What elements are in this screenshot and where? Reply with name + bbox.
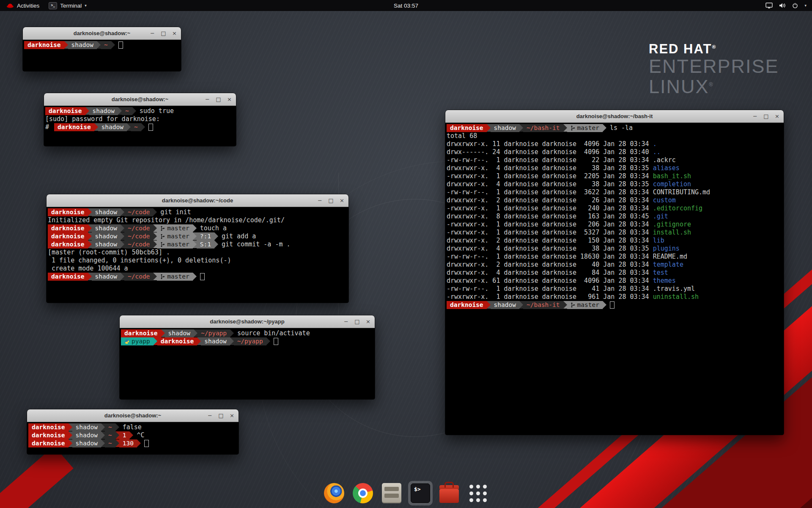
prompt-segment-host: shadow [491,301,519,309]
file-name: .editorconfig [653,204,702,212]
prompt-segment-user: darknoise [28,439,69,447]
minimize-button[interactable]: − [343,319,349,324]
powerline-separator [193,273,197,280]
window-controls: − □ × [207,409,235,422]
output-line: drwxrwxr-x. 2 darknoise darknoise 150 Ja… [447,237,784,245]
window-title: darknoise@shadow:~ [112,96,168,102]
powerline-separator [603,301,606,309]
powerline-separator [603,124,606,132]
powerline-separator [153,224,157,232]
powerline-separator [69,439,72,447]
maximize-button[interactable]: □ [218,413,224,418]
close-button[interactable]: × [339,198,345,203]
dot [469,485,473,489]
maximize-button[interactable]: □ [354,319,360,324]
prompt-segment-host: shadow [491,124,519,132]
system-status-area[interactable]: ▾ [765,3,812,8]
terminal-content[interactable]: darknoiseshadow~/bash-itmasterls -latota… [445,123,784,435]
clock[interactable]: Sat 03:57 [394,3,418,9]
output-text: -rw-rw-r--. 1 darknoise darknoise 3622 J… [447,188,653,196]
prompt-line: darknoiseshadow~/bash-itmaster [447,301,784,309]
close-button[interactable]: × [172,30,177,36]
minimize-button[interactable]: − [205,97,210,102]
close-button[interactable]: × [774,113,780,119]
prompt-segment-user: darknoise [45,107,85,115]
powerline-separator [121,232,124,240]
prompt-segment-path: ~ [131,123,141,131]
prompt-segment-path: ~/code [124,273,153,281]
maximize-button[interactable]: □ [763,113,769,119]
dock-item-toolbox[interactable] [437,481,461,505]
minimize-button[interactable]: − [207,413,213,418]
prompt-segment-host: shadow [98,123,127,131]
maximize-button[interactable]: □ [161,30,166,36]
prompt-segment-user: darknoise [54,123,94,131]
close-button[interactable]: × [227,97,232,102]
prompt-segment-path: ~ [122,107,132,115]
window-controls: − □ × [752,110,780,122]
output-line: drwxrwxr-x. 2 darknoise darknoise 40 Jan… [447,261,784,269]
powerline-separator [137,439,141,447]
output-text: drwxrwxr-x. 4 darknoise darknoise 38 Jan… [447,180,653,188]
chrome-icon [353,483,373,503]
powerline-separator [127,123,131,131]
maximize-button[interactable]: □ [216,97,221,102]
prompt-segment-user: darknoise [447,124,487,132]
minimize-button[interactable]: − [150,30,155,36]
minimize-button[interactable]: − [317,198,323,203]
minimize-button[interactable]: − [752,113,758,119]
dock-item-chrome[interactable] [351,481,375,505]
terminal-window-bash-it: darknoise@shadow:~/bash-it − □ × darknoi… [445,110,784,435]
terminal-content[interactable]: darknoiseshadow~ [23,40,181,71]
file-name: plugins [653,245,680,252]
top-bar-left: Activities >_ Terminal ▾ [0,0,91,11]
terminal-content[interactable]: darknoiseshadow~/pyappsource bin/activat… [120,328,375,399]
window-titlebar[interactable]: darknoise@shadow:~/pyapp − □ × [120,315,375,328]
terminal-content[interactable]: darknoiseshadow~/codegit initInitialized… [47,207,348,303]
window-titlebar[interactable]: darknoise@shadow:~/bash-it − □ × [445,110,784,123]
dock-item-terminal[interactable]: $> [408,481,433,505]
powerline-separator [563,301,567,309]
prompt-line: darknoiseshadow~/pyappsource bin/activat… [121,329,375,337]
maximize-button[interactable]: □ [328,198,334,203]
terminal-content[interactable]: darknoiseshadow~sudo true[sudo] password… [44,106,236,146]
dock-item-app-grid[interactable] [466,481,490,505]
powerline-separator [266,337,270,345]
command-text: git add a [218,232,256,240]
terminal-cursor [118,41,123,49]
activities-button[interactable]: Activities [2,0,44,11]
terminal-content[interactable]: darknoiseshadow~falsedarknoiseshadow~1^C… [27,422,239,454]
window-titlebar[interactable]: darknoise@shadow:~/code − □ × [47,194,348,207]
dock-item-files[interactable] [379,481,404,505]
powerline-separator [153,240,157,248]
terminal-window-exitcodes: darknoise@shadow:~ − □ × darknoiseshadow… [27,409,239,454]
red-ribbon-corner [0,446,74,508]
prompt-segment-host: shadow [72,431,101,439]
powerline-separator [197,337,201,345]
output-line: drwx------. 24 darknoise darknoise 4096 … [447,148,784,156]
prompt-segment-host: shadow [92,240,121,248]
window-titlebar[interactable]: darknoise@shadow:~ − □ × [44,93,236,106]
dock-item-firefox[interactable] [322,481,346,505]
dot [476,485,480,489]
close-button[interactable]: × [229,413,235,418]
file-name: .travis.yml [653,285,695,293]
app-menu[interactable]: >_ Terminal ▾ [44,0,91,11]
dot [476,491,480,495]
prompt-segment-user: darknoise [48,232,88,240]
git-branch-icon [160,234,165,239]
output-text: drwxrwxr-x. 4 darknoise darknoise 84 Jan… [447,269,653,276]
prompt-line: darknoiseshadow~/codemaster [48,273,348,281]
close-button[interactable]: × [365,319,371,324]
output-text: drwxrwxr-x. 8 darknoise darknoise 163 Ja… [447,213,653,220]
output-line: Initialized empty Git repository in /hom… [48,216,348,224]
prompt-line: darknoiseshadow~false [28,423,239,431]
window-titlebar[interactable]: darknoise@shadow:~ − □ × [23,27,181,40]
prompt-segment-path: ~/code [124,224,153,232]
window-titlebar[interactable]: darknoise@shadow:~ − □ × [27,409,239,422]
window-controls: − □ × [343,315,371,328]
powerline-separator [153,208,157,216]
chevron-down-icon: ▾ [804,3,807,8]
output-text: -rwxrwxr-x. 1 darknoise darknoise 961 Ja… [447,293,653,301]
git-branch-icon [571,302,575,308]
